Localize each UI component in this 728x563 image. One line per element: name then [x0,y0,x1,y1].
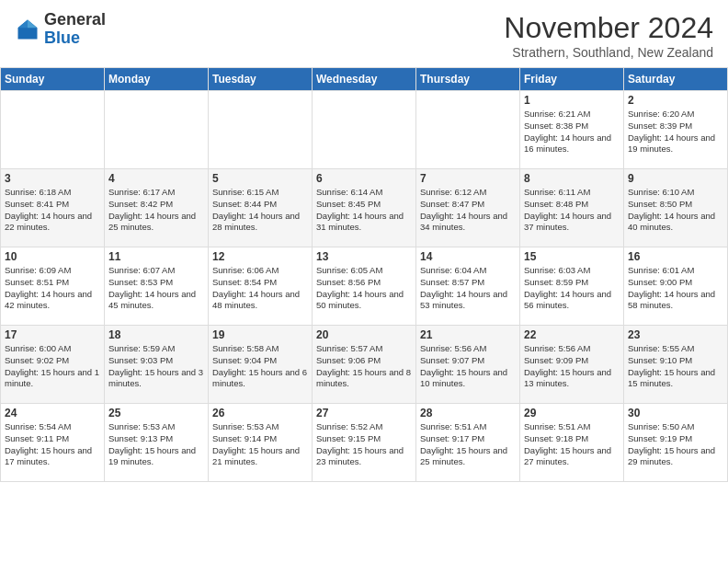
day-number: 2 [628,94,723,107]
day-info: Sunrise: 6:15 AM Sunset: 8:44 PM Dayligh… [212,187,308,234]
page-header: General Blue November 2024 Strathern, So… [0,0,728,67]
calendar-cell: 25Sunrise: 5:53 AM Sunset: 9:13 PM Dayli… [105,404,209,482]
day-number: 24 [5,407,100,419]
day-info: Sunrise: 5:52 AM Sunset: 9:15 PM Dayligh… [316,421,412,468]
day-info: Sunrise: 6:00 AM Sunset: 9:02 PM Dayligh… [5,343,100,390]
day-info: Sunrise: 5:56 AM Sunset: 9:09 PM Dayligh… [524,343,620,390]
day-number: 25 [108,407,204,419]
week-row-4: 17Sunrise: 6:00 AM Sunset: 9:02 PM Dayli… [1,326,728,404]
day-number: 29 [524,407,620,419]
logo-blue-text: Blue [44,29,80,47]
day-info: Sunrise: 6:20 AM Sunset: 8:39 PM Dayligh… [628,109,723,155]
calendar-cell: 19Sunrise: 5:58 AM Sunset: 9:04 PM Dayli… [209,326,313,404]
day-info: Sunrise: 6:04 AM Sunset: 8:57 PM Dayligh… [420,265,516,312]
day-info: Sunrise: 6:21 AM Sunset: 8:38 PM Dayligh… [524,109,620,155]
day-info: Sunrise: 5:51 AM Sunset: 9:17 PM Dayligh… [420,421,516,468]
calendar-cell: 3Sunrise: 6:18 AM Sunset: 8:41 PM Daylig… [1,169,105,247]
weekday-header-friday: Friday [520,68,624,91]
calendar-cell: 15Sunrise: 6:03 AM Sunset: 8:59 PM Dayli… [520,247,624,326]
day-number: 27 [316,407,412,419]
calendar-cell: 17Sunrise: 6:00 AM Sunset: 9:02 PM Dayli… [1,326,105,404]
logo-general-text: General [44,10,106,29]
calendar-cell [1,91,105,169]
day-number: 13 [316,250,412,263]
weekday-header-wednesday: Wednesday [313,68,416,91]
day-number: 1 [524,94,620,107]
day-info: Sunrise: 6:03 AM Sunset: 8:59 PM Dayligh… [524,265,620,312]
day-info: Sunrise: 6:14 AM Sunset: 8:45 PM Dayligh… [316,187,412,234]
calendar-cell [416,91,520,169]
day-number: 9 [628,172,723,185]
day-number: 20 [316,328,412,341]
day-number: 5 [212,172,308,185]
calendar-cell: 9Sunrise: 6:10 AM Sunset: 8:50 PM Daylig… [624,169,728,247]
day-number: 15 [524,250,620,263]
week-row-2: 3Sunrise: 6:18 AM Sunset: 8:41 PM Daylig… [1,169,728,247]
title-block: November 2024 Strathern, Southland, New … [504,11,713,60]
weekday-header-thursday: Thursday [416,68,520,91]
calendar-cell: 28Sunrise: 5:51 AM Sunset: 9:17 PM Dayli… [416,404,520,482]
day-info: Sunrise: 6:12 AM Sunset: 8:47 PM Dayligh… [420,187,516,234]
day-info: Sunrise: 5:50 AM Sunset: 9:19 PM Dayligh… [628,421,723,468]
day-number: 11 [108,250,204,263]
day-info: Sunrise: 5:59 AM Sunset: 9:03 PM Dayligh… [108,343,204,390]
day-number: 21 [420,328,516,341]
day-info: Sunrise: 5:51 AM Sunset: 9:18 PM Dayligh… [524,421,620,468]
day-number: 14 [420,250,516,263]
calendar-cell: 30Sunrise: 5:50 AM Sunset: 9:19 PM Dayli… [624,404,728,482]
day-number: 7 [420,172,516,185]
calendar-cell: 6Sunrise: 6:14 AM Sunset: 8:45 PM Daylig… [313,169,416,247]
day-info: Sunrise: 5:53 AM Sunset: 9:14 PM Dayligh… [212,421,308,468]
day-info: Sunrise: 6:05 AM Sunset: 8:56 PM Dayligh… [316,265,412,312]
calendar-cell: 13Sunrise: 6:05 AM Sunset: 8:56 PM Dayli… [313,247,416,326]
weekday-header-sunday: Sunday [1,68,105,91]
svg-marker-1 [28,19,38,28]
week-row-3: 10Sunrise: 6:09 AM Sunset: 8:51 PM Dayli… [1,247,728,326]
day-number: 16 [628,250,723,263]
calendar-cell: 14Sunrise: 6:04 AM Sunset: 8:57 PM Dayli… [416,247,520,326]
day-info: Sunrise: 6:18 AM Sunset: 8:41 PM Dayligh… [5,187,100,234]
calendar-cell: 5Sunrise: 6:15 AM Sunset: 8:44 PM Daylig… [209,169,313,247]
day-info: Sunrise: 6:11 AM Sunset: 8:48 PM Dayligh… [524,187,620,234]
calendar-cell: 29Sunrise: 5:51 AM Sunset: 9:18 PM Dayli… [520,404,624,482]
calendar-cell: 16Sunrise: 6:01 AM Sunset: 9:00 PM Dayli… [624,247,728,326]
weekday-header-row: SundayMondayTuesdayWednesdayThursdayFrid… [1,68,728,91]
calendar-cell: 7Sunrise: 6:12 AM Sunset: 8:47 PM Daylig… [416,169,520,247]
day-number: 10 [5,250,100,263]
day-number: 30 [628,407,723,419]
day-info: Sunrise: 6:10 AM Sunset: 8:50 PM Dayligh… [628,187,723,234]
calendar-cell: 21Sunrise: 5:56 AM Sunset: 9:07 PM Dayli… [416,326,520,404]
day-number: 22 [524,328,620,341]
calendar-cell: 8Sunrise: 6:11 AM Sunset: 8:48 PM Daylig… [520,169,624,247]
day-info: Sunrise: 6:07 AM Sunset: 8:53 PM Dayligh… [108,265,204,312]
day-number: 12 [212,250,308,263]
day-info: Sunrise: 5:58 AM Sunset: 9:04 PM Dayligh… [212,343,308,390]
calendar-cell: 24Sunrise: 5:54 AM Sunset: 9:11 PM Dayli… [1,404,105,482]
day-info: Sunrise: 6:06 AM Sunset: 8:54 PM Dayligh… [212,265,308,312]
day-number: 8 [524,172,620,185]
week-row-5: 24Sunrise: 5:54 AM Sunset: 9:11 PM Dayli… [1,404,728,482]
calendar-cell [105,91,209,169]
day-info: Sunrise: 6:17 AM Sunset: 8:42 PM Dayligh… [108,187,204,234]
calendar-cell: 18Sunrise: 5:59 AM Sunset: 9:03 PM Dayli… [105,326,209,404]
calendar-cell: 12Sunrise: 6:06 AM Sunset: 8:54 PM Dayli… [209,247,313,326]
day-number: 26 [212,407,308,419]
week-row-1: 1Sunrise: 6:21 AM Sunset: 8:38 PM Daylig… [1,91,728,169]
weekday-header-monday: Monday [105,68,209,91]
location-text: Strathern, Southland, New Zealand [504,45,713,60]
day-info: Sunrise: 6:01 AM Sunset: 9:00 PM Dayligh… [628,265,723,312]
calendar-cell: 23Sunrise: 5:55 AM Sunset: 9:10 PM Dayli… [624,326,728,404]
calendar-cell: 11Sunrise: 6:07 AM Sunset: 8:53 PM Dayli… [105,247,209,326]
day-info: Sunrise: 5:53 AM Sunset: 9:13 PM Dayligh… [108,421,204,468]
weekday-header-saturday: Saturday [624,68,728,91]
weekday-header-tuesday: Tuesday [209,68,313,91]
day-number: 3 [5,172,100,185]
day-info: Sunrise: 6:09 AM Sunset: 8:51 PM Dayligh… [5,265,100,312]
day-number: 6 [316,172,412,185]
day-number: 4 [108,172,204,185]
calendar-cell: 26Sunrise: 5:53 AM Sunset: 9:14 PM Dayli… [209,404,313,482]
calendar-cell: 27Sunrise: 5:52 AM Sunset: 9:15 PM Dayli… [313,404,416,482]
calendar-cell: 4Sunrise: 6:17 AM Sunset: 8:42 PM Daylig… [105,169,209,247]
calendar-cell: 1Sunrise: 6:21 AM Sunset: 8:38 PM Daylig… [520,91,624,169]
calendar-cell [313,91,416,169]
